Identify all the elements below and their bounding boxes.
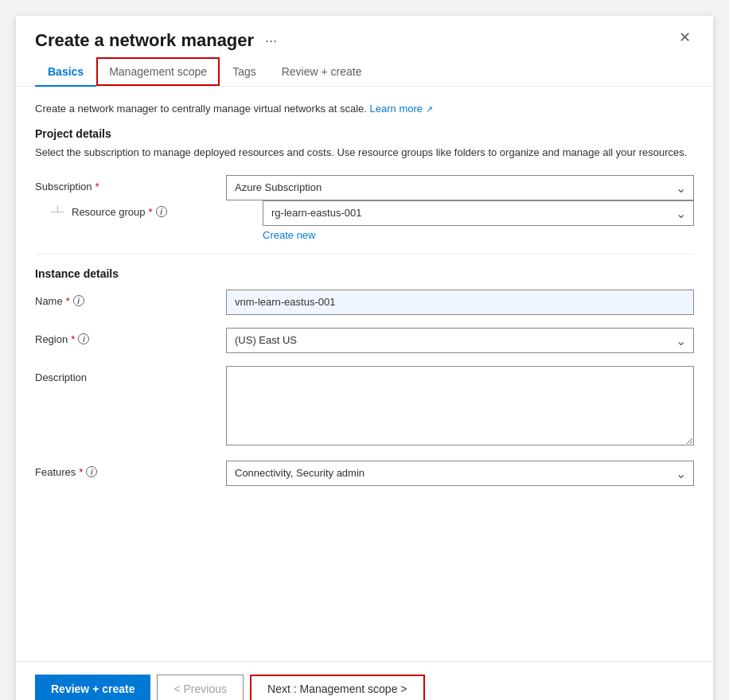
name-input[interactable] — [226, 290, 694, 315]
description-textarea[interactable] — [226, 366, 694, 445]
region-select-wrapper: (US) East US — [226, 328, 694, 353]
learn-more-link[interactable]: Learn more ↗ — [370, 103, 433, 115]
features-info-icon: i — [86, 466, 97, 477]
subscription-select[interactable]: Azure Subscription — [226, 175, 694, 200]
resource-group-group: Resource group * i rg-learn-eastus-001 C… — [35, 200, 694, 241]
external-link-icon: ↗ — [426, 104, 433, 114]
region-label: Region * i — [35, 328, 226, 345]
subscription-field: Azure Subscription — [226, 175, 694, 200]
features-label: Features * i — [35, 461, 226, 478]
resource-group-field: rg-learn-eastus-001 Create new — [263, 200, 694, 241]
content-area: Create a network manager to centrally ma… — [16, 87, 713, 661]
project-section-title: Project details — [35, 127, 694, 140]
resource-group-label: Resource group * i — [72, 200, 263, 218]
description-label: Description — [35, 366, 226, 383]
resource-group-info-icon: i — [156, 206, 167, 217]
footer: Review + create < Previous Next : Manage… — [16, 661, 713, 700]
project-section-desc: Select the subscription to manage deploy… — [35, 145, 694, 161]
tab-bar: Basics Management scope Tags Review + cr… — [16, 57, 713, 87]
name-group: Name * i — [35, 290, 694, 315]
panel-title: Create a network manager — [35, 30, 254, 51]
title-area: Create a network manager ··· — [35, 30, 280, 51]
name-label: Name * i — [35, 290, 226, 307]
region-group: Region * i (US) East US — [35, 328, 694, 353]
panel-header: Create a network manager ··· ✕ — [16, 16, 713, 51]
previous-button[interactable]: < Previous — [157, 675, 244, 700]
name-info-icon: i — [73, 295, 84, 306]
name-required: * — [66, 295, 70, 307]
tab-basics[interactable]: Basics — [35, 57, 96, 86]
resource-group-select[interactable]: rg-learn-eastus-001 — [263, 200, 694, 226]
subscription-required: * — [96, 181, 99, 192]
region-info-icon: i — [78, 333, 89, 344]
tab-management-scope[interactable]: Management scope — [96, 57, 220, 86]
features-select[interactable]: Connectivity, Security admin — [226, 461, 694, 486]
region-select[interactable]: (US) East US — [226, 328, 694, 353]
create-new-link[interactable]: Create new — [263, 229, 694, 241]
description-field — [226, 366, 694, 448]
create-panel: Create a network manager ··· ✕ Basics Ma… — [16, 16, 713, 700]
next-button[interactable]: Next : Management scope > — [250, 675, 425, 700]
name-field — [226, 290, 694, 315]
description-group: Description — [35, 366, 694, 448]
tab-review-create[interactable]: Review + create — [269, 57, 375, 86]
instance-section-title: Instance details — [35, 267, 694, 280]
subscription-group: Subscription * Azure Subscription — [35, 175, 694, 200]
info-text: Create a network manager to centrally ma… — [35, 103, 694, 115]
features-required: * — [79, 466, 83, 478]
features-group: Features * i Connectivity, Security admi… — [35, 461, 694, 486]
subscription-select-wrapper: Azure Subscription — [226, 175, 694, 200]
tab-tags[interactable]: Tags — [220, 57, 269, 86]
region-field: (US) East US — [226, 328, 694, 353]
features-select-wrapper: Connectivity, Security admin — [226, 461, 694, 486]
close-button[interactable]: ✕ — [676, 30, 694, 45]
resource-group-required: * — [149, 206, 153, 218]
features-field: Connectivity, Security admin — [226, 461, 694, 486]
subscription-label: Subscription * — [35, 175, 226, 192]
ellipsis-menu[interactable]: ··· — [262, 33, 280, 49]
divider — [35, 254, 694, 255]
review-create-button[interactable]: Review + create — [35, 675, 150, 700]
resource-group-select-wrapper: rg-learn-eastus-001 — [263, 200, 694, 226]
region-required: * — [71, 333, 75, 345]
